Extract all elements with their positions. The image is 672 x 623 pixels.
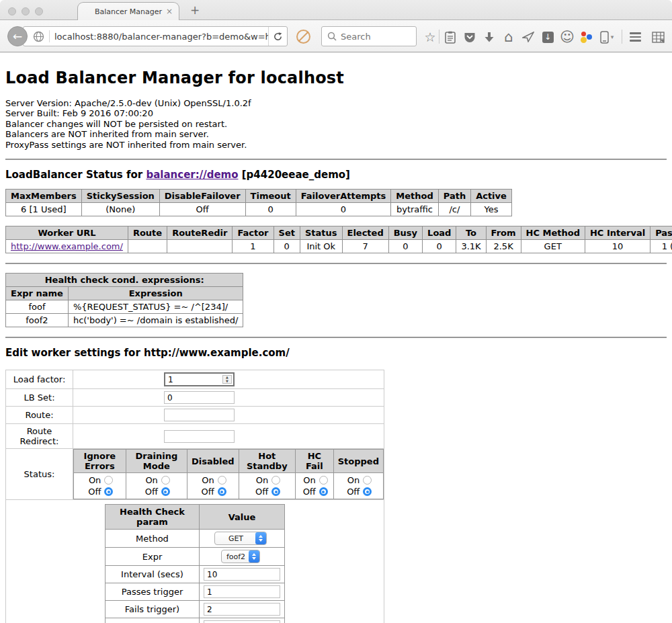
route-redirect-input[interactable] (164, 430, 235, 443)
cell-maxmembers: 6 [1 Used] (6, 203, 82, 216)
worker-url-link[interactable]: http://www.example.com/ (11, 241, 123, 251)
method-select[interactable]: GET (214, 532, 267, 545)
send-tab-button[interactable] (521, 30, 536, 44)
notice-line: ProxyPass settings are NOT inherited fro… (5, 140, 667, 150)
search-input[interactable] (341, 32, 408, 42)
number-spinner-icon[interactable]: ▲▼ (222, 375, 232, 384)
route-input[interactable] (164, 409, 235, 421)
url-bar[interactable]: localhost:8880/balancer-manager?b=demo&w… (23, 26, 288, 46)
minimize-window-button[interactable] (22, 7, 30, 15)
back-arrow-icon: ← (13, 30, 22, 43)
column-header: To (456, 226, 486, 240)
expr-select[interactable]: foof2 (221, 550, 260, 563)
fails-trigger-input[interactable] (204, 603, 280, 616)
status-off-radio[interactable] (319, 487, 328, 496)
cell-stickysession: (None) (81, 203, 159, 216)
balancer-demo-link[interactable]: balancer://demo (146, 169, 238, 181)
column-header: Value (200, 505, 285, 530)
status-row: Status: Ignore Errors Draining Mode Disa… (6, 449, 384, 500)
status-on-radio[interactable] (218, 476, 226, 485)
caret-down-icon: ▾ (611, 34, 614, 40)
server-info: Server Version: Apache/2.5.0-dev (Unix) … (5, 98, 667, 150)
column-header: HC Interval (585, 226, 650, 240)
page-title: Load Balancer Manager for localhost (5, 69, 667, 87)
extension-dropdown-caret[interactable]: ▾ (608, 30, 616, 44)
table-row: 6 [1 Used] (None) Off 0 0 bytraffic /c/ … (6, 203, 512, 216)
status-on-radio[interactable] (363, 476, 372, 485)
tab-close-icon[interactable]: × (166, 7, 173, 16)
disabled-options: On Off (187, 473, 239, 499)
table-row: foof2 hc('body') =~ /domain is establish… (6, 314, 243, 327)
expr-label: Expr (106, 548, 200, 566)
home-button[interactable]: ⌂ (501, 30, 516, 44)
passes-trigger-input[interactable] (204, 585, 280, 598)
status-off-radio[interactable] (104, 487, 113, 496)
worker-status-table: Worker URL Route RouteRedir Factor Set S… (5, 226, 672, 253)
status-on-radio[interactable] (104, 476, 113, 485)
edit-worker-heading: Edit worker settings for http://www.exam… (5, 347, 667, 359)
tab-groups-button[interactable] (650, 30, 665, 44)
column-header: Disabled (187, 450, 239, 473)
tablet-icon (600, 31, 609, 44)
cell-set: 0 (274, 240, 300, 253)
new-tab-button[interactable]: + (190, 3, 200, 17)
reading-list-button[interactable] (443, 30, 458, 44)
stopped-options: On Off (333, 473, 383, 499)
status-off-radio[interactable] (271, 487, 280, 496)
status-on-radio[interactable] (319, 476, 328, 485)
tab-balancer-manager[interactable]: Balancer Manager × (77, 2, 179, 21)
status-label: Status: (6, 449, 73, 500)
column-header: Expr name (6, 287, 69, 300)
hc-uri-input[interactable] (204, 620, 280, 623)
colored-dots-extension-button[interactable] (579, 30, 593, 44)
url-text[interactable]: localhost:8880/balancer-manager?b=demo&w… (54, 32, 268, 42)
status-off-radio[interactable] (218, 487, 226, 496)
close-window-button[interactable] (8, 7, 16, 15)
ignore-errors-options: On Off (74, 473, 126, 499)
select-stepper-icon (255, 532, 266, 544)
column-header: From (486, 226, 521, 240)
cell-hc-interval: 10 (585, 240, 650, 253)
lb-set-input[interactable] (164, 391, 235, 404)
downloads-button[interactable] (482, 30, 497, 44)
balancer-status-table: MaxMembers StickySession DisableFailover… (5, 189, 512, 216)
on-label: On (86, 474, 101, 486)
toolbar-divider (622, 30, 622, 44)
download-extension-button[interactable]: ↓ (540, 30, 555, 44)
home-icon: ⌂ (504, 30, 513, 44)
search-icon (327, 32, 337, 41)
search-bar[interactable] (321, 26, 417, 46)
form-row: Route Redirect: (6, 424, 384, 449)
content-blocker-extension-button[interactable] (296, 29, 311, 47)
status-on-radio[interactable] (161, 476, 170, 485)
on-label: On (143, 474, 158, 486)
colored-dots-icon (580, 31, 592, 43)
fails-trigger-label: Fails trigger) (106, 601, 200, 618)
send-plane-icon (522, 32, 534, 42)
interval-input[interactable] (204, 568, 280, 581)
pocket-button[interactable] (462, 30, 477, 44)
column-header: MaxMembers (6, 190, 82, 203)
cell-expr-name: foof (6, 300, 69, 314)
cell-expression: %{REQUEST_STATUS} =~ /^[234]/ (68, 300, 243, 314)
status-off-radio[interactable] (363, 487, 372, 496)
menu-button[interactable] (628, 30, 642, 44)
column-header: Hot Standby (239, 450, 295, 473)
bookmark-star-button[interactable]: ☆ (423, 30, 437, 44)
chat-extension-button[interactable]: ☺ (560, 30, 575, 44)
column-header: Set (274, 226, 300, 240)
hot-standby-options: On Off (239, 473, 295, 499)
column-header: Passes (650, 226, 672, 240)
cell-route (128, 240, 167, 253)
back-button[interactable]: ← (7, 26, 28, 46)
column-header: Ignore Errors (74, 450, 126, 473)
column-header: HC Method (521, 226, 585, 240)
zoom-window-button[interactable] (35, 7, 43, 15)
reload-button[interactable] (268, 27, 287, 46)
load-factor-input[interactable]: ▲▼ (164, 372, 235, 386)
status-off-radio[interactable] (161, 487, 170, 496)
interval-label: Interval (secs) (106, 566, 200, 583)
column-header: HC Fail (295, 450, 333, 473)
status-on-radio[interactable] (271, 476, 280, 485)
cell-expr-name: foof2 (6, 314, 69, 327)
